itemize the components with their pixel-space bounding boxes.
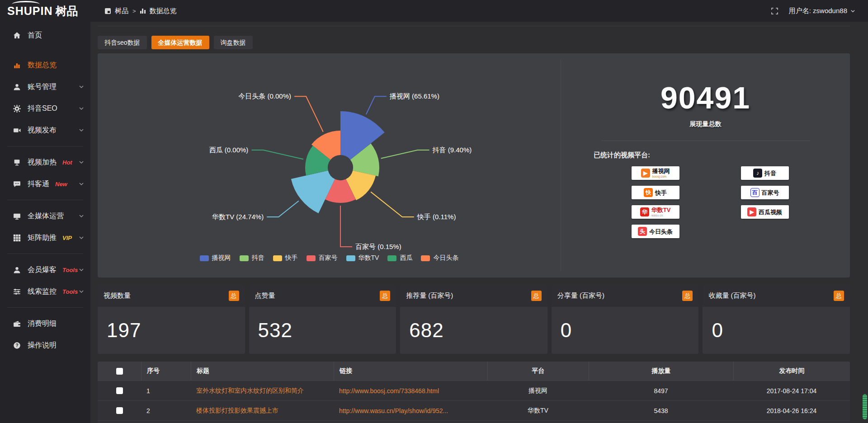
tab-询盘数据[interactable]: 询盘数据 bbox=[214, 36, 253, 49]
douyin-icon: ♪ bbox=[753, 169, 762, 178]
summary-divider bbox=[601, 141, 810, 141]
legend-item-抖音[interactable]: 抖音 bbox=[240, 254, 264, 262]
summary-area: 90491 展现量总数 已统计的视频平台: ▶播视网boosj.com快快手华华… bbox=[561, 53, 850, 277]
cell-url-link[interactable]: http://www.wasu.cn/Play/show/id/952... bbox=[334, 407, 487, 414]
tab-bar: 抖音seo数据全媒体运营数据询盘数据 bbox=[98, 36, 850, 49]
legend-item-百家号[interactable]: 百家号 bbox=[307, 254, 338, 262]
pie-label-line bbox=[381, 150, 429, 158]
legend-label: 西瓜 bbox=[400, 254, 412, 262]
sidebar-item-label: 会员爆客 bbox=[28, 265, 57, 275]
overview-panel: 播视网 (65.61%)抖音 (9.40%)快手 (0.11%)百家号 (0.1… bbox=[98, 53, 850, 277]
wallet-icon bbox=[13, 320, 21, 328]
platform-column: ▶播视网boosj.com快快手华华数TVwasu.cn头今日头条 bbox=[632, 166, 679, 238]
select-all-checkbox[interactable] bbox=[116, 368, 123, 375]
cell-title-link[interactable]: 楼体投影灯投影效果震撼上市 bbox=[191, 407, 334, 415]
table-header-row: 序号标题链接平台播放量发布时间 bbox=[98, 362, 850, 381]
pie-label-line bbox=[366, 96, 387, 114]
sidebar-item-monitor[interactable]: 全媒体运营 bbox=[0, 205, 90, 227]
legend-item-华数TV[interactable]: 华数TV bbox=[346, 254, 379, 262]
column-header: 链接 bbox=[334, 362, 487, 381]
column-header: 发布时间 bbox=[733, 362, 850, 381]
sidebar-item-gear[interactable]: 抖音SEO bbox=[0, 98, 90, 119]
user-menu[interactable]: 用户名: zswodun88 bbox=[789, 7, 855, 15]
monitor-icon bbox=[13, 212, 21, 220]
total-badge: 总 bbox=[380, 291, 390, 301]
chevron-down-icon bbox=[79, 127, 84, 133]
sidebar-item-question[interactable]: ?操作说明 bbox=[0, 334, 90, 356]
pie-label-播视网: 播视网 (65.61%) bbox=[389, 92, 439, 100]
sidebar-item-grid[interactable]: 矩阵助推VIP bbox=[0, 227, 90, 249]
sidebar-item-member[interactable]: 会员爆客Tools bbox=[0, 259, 90, 281]
legend-label: 华数TV bbox=[359, 254, 379, 262]
platforms-title: 已统计的视频平台: bbox=[594, 151, 650, 160]
table-row: 1室外水纹灯和室内水纹灯的区别和简介http://www.boosj.com/7… bbox=[98, 381, 850, 400]
legend-item-今日头条[interactable]: 今日头条 bbox=[421, 254, 458, 262]
sidebar-item-label: 数据总览 bbox=[28, 61, 57, 70]
topbar-right: 用户名: zswodun88 bbox=[771, 7, 868, 15]
chevron-down-icon bbox=[79, 84, 84, 89]
platform-name: 百家号 bbox=[762, 190, 779, 196]
chevron-down-icon bbox=[850, 9, 855, 14]
platform-badge-快手: 快快手 bbox=[632, 186, 679, 199]
sidebar-item-user[interactable]: 账号管理 bbox=[0, 76, 90, 98]
total-badge: 总 bbox=[834, 291, 844, 301]
stat-card-header: 分享量 (百家号)总 bbox=[552, 285, 699, 307]
pie-label-西瓜: 西瓜 (0.00%) bbox=[209, 146, 249, 154]
sidebar-divider bbox=[7, 254, 83, 254]
cell-url-link[interactable]: http://www.boosj.com/7338468.html bbox=[334, 387, 487, 395]
stat-card-value: 682 bbox=[400, 307, 547, 354]
fullscreen-icon[interactable] bbox=[771, 8, 778, 14]
row-checkbox[interactable] bbox=[116, 387, 123, 394]
platform-badge-百家号: 百百家号 bbox=[741, 186, 789, 199]
pie-slice-华数TV[interactable] bbox=[291, 170, 335, 213]
total-impressions-value: 90491 bbox=[660, 82, 750, 113]
kuaishou-icon: 快 bbox=[644, 188, 653, 197]
cell-platform: 华数TV bbox=[487, 407, 589, 415]
stat-card-视频数量: 视频数量总197 bbox=[98, 285, 245, 354]
sidebar-divider bbox=[7, 200, 83, 200]
sidebar-item-label: 线索监控 bbox=[28, 287, 57, 296]
videos-table: 序号标题链接平台播放量发布时间1室外水纹灯和室内水纹灯的区别和简介http://… bbox=[98, 362, 850, 423]
sidebar-item-home[interactable]: 首页 bbox=[0, 24, 90, 46]
boosj-play-icon: ▶ bbox=[641, 169, 650, 178]
tab-抖音seo数据[interactable]: 抖音seo数据 bbox=[98, 36, 147, 49]
stat-card-header: 点赞量总 bbox=[249, 285, 396, 307]
stat-card-header: 推荐量 (百家号)总 bbox=[400, 285, 547, 307]
breadcrumb-root-icon bbox=[105, 8, 111, 14]
breadcrumb: 树品 > 数据总览 bbox=[105, 7, 177, 15]
rose-chart-area: 播视网 (65.61%)抖音 (9.40%)快手 (0.11%)百家号 (0.1… bbox=[98, 53, 561, 277]
pie-label-今日头条: 今日头条 (0.00%) bbox=[238, 92, 291, 100]
chevron-down-icon bbox=[79, 235, 84, 240]
sidebar-item-chat[interactable]: 抖客通New bbox=[0, 173, 90, 195]
total-badge: 总 bbox=[682, 291, 693, 301]
sidebar-item-video[interactable]: 视频发布 bbox=[0, 119, 90, 141]
row-checkbox[interactable] bbox=[116, 407, 123, 414]
stat-card-title: 收藏量 (百家号) bbox=[708, 291, 755, 300]
chevron-down-icon bbox=[79, 289, 84, 294]
legend-item-播视网[interactable]: 播视网 bbox=[200, 254, 231, 262]
legend-swatch bbox=[307, 255, 316, 261]
breadcrumb-current[interactable]: 数据总览 bbox=[150, 7, 177, 15]
cell-time: 2017-08-24 17:04 bbox=[733, 387, 850, 395]
chevron-down-icon bbox=[79, 160, 84, 165]
cell-platform: 播视网 bbox=[487, 387, 589, 395]
tab-全媒体运营数据[interactable]: 全媒体运营数据 bbox=[151, 36, 209, 49]
chat-icon bbox=[13, 180, 21, 188]
breadcrumb-root[interactable]: 树品 bbox=[115, 7, 128, 15]
legend-swatch bbox=[240, 255, 249, 261]
cell-time: 2018-04-26 16:24 bbox=[733, 407, 850, 414]
sidebar-item-chart[interactable]: 数据总览 bbox=[0, 54, 90, 76]
legend-swatch bbox=[200, 255, 209, 261]
gear-icon bbox=[13, 104, 21, 113]
pie-label-快手: 快手 (0.11%) bbox=[417, 213, 456, 221]
legend-item-快手[interactable]: 快手 bbox=[273, 254, 298, 262]
stat-card-推荐量 (百家号): 推荐量 (百家号)总682 bbox=[400, 285, 547, 354]
scrollbar-thumb[interactable] bbox=[863, 394, 867, 419]
cell-title-link[interactable]: 室外水纹灯和室内水纹灯的区别和简介 bbox=[191, 387, 334, 395]
sidebar-item-heat[interactable]: 视频加热Hot bbox=[0, 151, 90, 173]
legend-item-西瓜[interactable]: 西瓜 bbox=[387, 254, 412, 262]
stat-card-title: 点赞量 bbox=[255, 291, 275, 300]
sidebar-item-wallet[interactable]: 消费明细 bbox=[0, 313, 90, 334]
sidebar-item-sliders[interactable]: 线索监控Tools bbox=[0, 281, 90, 302]
platform-subtext: wasu.cn bbox=[651, 214, 671, 217]
